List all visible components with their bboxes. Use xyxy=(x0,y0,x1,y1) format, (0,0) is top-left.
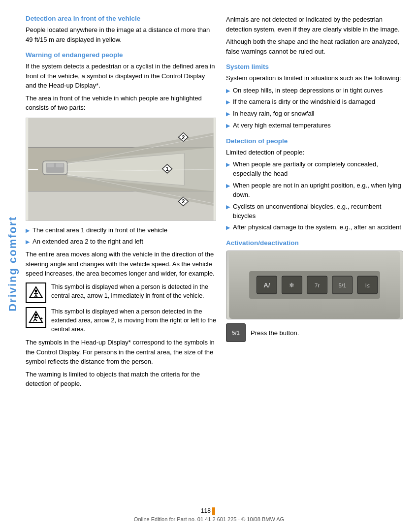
limit-item-2: ▶ If the camera is dirty or the windshie… xyxy=(226,97,403,107)
section2-para1: If the system detects a pedestrian or a … xyxy=(26,62,216,91)
section2-heading: Warning of endangered people xyxy=(26,51,216,59)
para-false: Although both the shape and the heat rad… xyxy=(226,37,403,56)
detection-arrow-4: ▶ xyxy=(226,224,230,232)
detection-item-4: ▶ After physical damage to the system, e… xyxy=(226,223,403,232)
svg-line-30 xyxy=(34,317,38,317)
press-label: Press the button. xyxy=(251,329,299,337)
system-limits-intro: System operation is limited in situation… xyxy=(226,73,403,83)
detection-diagram: 1 2 2 xyxy=(26,118,216,221)
para-animals: Animals are not detected or indicated by… xyxy=(226,15,403,34)
svg-text:2: 2 xyxy=(182,134,185,140)
detection-arrow-1: ▶ xyxy=(226,161,230,169)
sidebar: Driving comfort xyxy=(0,15,26,512)
press-row: 5/1 Press the button. xyxy=(226,323,403,342)
limit-item-4: ▶ At very high external temperatures xyxy=(226,121,403,130)
svg-text:7r: 7r xyxy=(315,282,320,288)
para-limited: The warning is limited to objects that m… xyxy=(26,370,216,389)
system-limits-heading: System limits xyxy=(226,63,403,70)
warning-icon-1 xyxy=(26,282,46,303)
detection-item-1: ▶ When people are partially or completel… xyxy=(226,160,403,179)
para-hud: The symbols in the Head-up Display* corr… xyxy=(26,338,216,367)
warning-box-2: This symbol is displayed when a person d… xyxy=(26,307,216,334)
area-bullet-list: ▶ The central area 1 directly in front o… xyxy=(26,226,216,247)
limit-arrow-2: ▶ xyxy=(226,98,230,106)
svg-line-32 xyxy=(35,319,37,321)
detection-item-3: ▶ Cyclists on unconventional bicycles, e… xyxy=(226,202,403,221)
left-column: Detection area in front of the vehicle P… xyxy=(26,15,216,512)
detection-item-2: ▶ When people are not in an upright posi… xyxy=(226,181,403,200)
svg-text:5/1: 5/1 xyxy=(338,282,346,288)
svg-point-22 xyxy=(35,289,37,292)
bullet-arrow-2: ▶ xyxy=(26,238,30,246)
svg-text:l≤: l≤ xyxy=(365,282,370,288)
svg-rect-10 xyxy=(47,163,54,167)
limit-arrow-3: ▶ xyxy=(226,110,230,118)
limits-list: ▶ On steep hills, in steep depressions o… xyxy=(226,86,403,130)
right-column: Animals are not detected or indicated by… xyxy=(226,15,403,512)
limit-item-1: ▶ On steep hills, in steep depressions o… xyxy=(226,86,403,95)
bullet-item-1: ▶ The central area 1 directly in front o… xyxy=(26,226,216,235)
svg-marker-34 xyxy=(41,317,43,319)
warning-icon-2 xyxy=(26,307,46,328)
detection-heading: Detection of people xyxy=(226,137,403,145)
svg-text:2: 2 xyxy=(182,198,185,204)
svg-text:1: 1 xyxy=(166,165,169,171)
panel-image: A/ ❄ 7r 5/1 l≤ xyxy=(226,250,403,319)
limit-item-3: ▶ In heavy rain, fog or snowfall xyxy=(226,109,403,119)
sidebar-label: Driving comfort xyxy=(6,216,19,312)
para-moves: The entire area moves along with the veh… xyxy=(26,250,216,279)
detection-intro: Limited detection of people: xyxy=(226,148,403,157)
limit-arrow-4: ▶ xyxy=(226,122,230,130)
page-footer: 118 Online Edition for Part no. 01 41 2 … xyxy=(0,507,418,522)
detection-arrow-3: ▶ xyxy=(226,203,230,211)
detection-arrow-2: ▶ xyxy=(226,182,230,190)
svg-line-26 xyxy=(36,295,37,297)
svg-point-28 xyxy=(35,313,37,316)
press-button-icon: 5/1 xyxy=(226,323,246,342)
warning-text-1: This symbol is displayed when a person i… xyxy=(51,282,216,300)
activation-heading: Activation/deactivation xyxy=(226,239,403,247)
bullet-arrow-1: ▶ xyxy=(26,227,30,235)
footer-text: Online Edition for Part no. 01 41 2 601 … xyxy=(134,516,284,522)
warning-box-1: This symbol is displayed when a person i… xyxy=(26,282,216,303)
section2-para2: The area in front of the vehicle in whic… xyxy=(26,94,216,113)
svg-rect-11 xyxy=(56,163,64,167)
main-content: Detection area in front of the vehicle P… xyxy=(26,15,418,512)
page-number: 118 xyxy=(201,507,217,515)
section1-heading: Detection area in front of the vehicle xyxy=(26,15,216,22)
orange-bar-icon xyxy=(212,507,215,515)
section1-para1: People located anywhere in the image at … xyxy=(26,25,216,44)
warning-text-2: This symbol is displayed when a person d… xyxy=(51,307,216,334)
svg-text:A/: A/ xyxy=(263,282,270,289)
limit-arrow-1: ▶ xyxy=(226,87,230,95)
detection-list: ▶ When people are partially or completel… xyxy=(226,160,403,232)
svg-text:❄: ❄ xyxy=(289,282,295,289)
bullet-item-2: ▶ An extended area 2 to the right and le… xyxy=(26,237,216,247)
